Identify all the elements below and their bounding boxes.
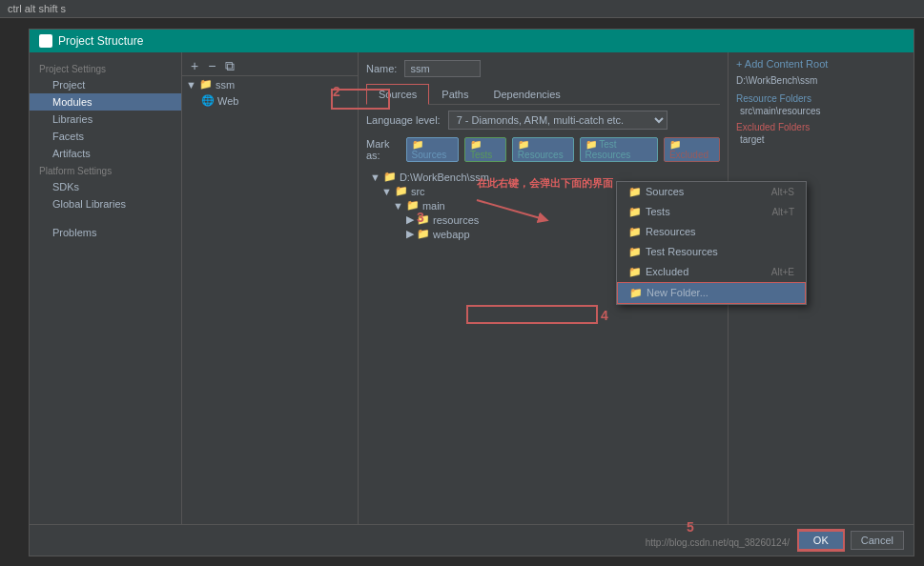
add-module-button[interactable]: + <box>188 58 201 73</box>
dialog-title-text: Project Structure <box>58 34 143 48</box>
expand-resources-icon: ▶ <box>406 213 414 226</box>
folder-main-icon: 📁 <box>406 199 420 212</box>
copy-module-button[interactable]: ⧉ <box>222 58 237 73</box>
ok-button[interactable]: OK <box>797 531 845 550</box>
main-content: + − ⧉ ▼ 📁 ssm 🌐 Web Name: <box>182 52 914 552</box>
tabs: Sources Paths Dependencies <box>366 83 720 105</box>
context-menu-tests[interactable]: 📁Tests Alt+T <box>617 202 806 222</box>
expand-icon: ▼ <box>186 79 196 91</box>
new-folder-menu-icon: 📁 <box>629 287 643 298</box>
expand-src-icon: ▼ <box>381 186 392 197</box>
context-menu: 📁Sources Alt+S 📁Tests Alt+T 📁Resources 📁… <box>616 181 807 305</box>
folder-icon: 📁 <box>199 78 213 91</box>
sidebar-item-project[interactable]: Project <box>30 76 181 93</box>
name-input[interactable] <box>404 60 481 77</box>
mark-as-label: Mark as: <box>366 138 400 161</box>
name-row: Name: <box>366 60 720 77</box>
sidebar-item-sdks-label: SDKs <box>52 181 79 192</box>
tests-shortcut: Alt+T <box>771 207 794 217</box>
remove-module-button[interactable]: − <box>205 58 218 73</box>
sidebar-item-modules[interactable]: Modules <box>30 93 181 111</box>
excluded-shortcut: Alt+E <box>771 267 794 277</box>
mark-tests-badge[interactable]: 📁 Tests <box>464 137 506 162</box>
context-menu-test-resources-label: Test Resources <box>646 246 718 257</box>
file-tree-src-label: src <box>411 186 425 197</box>
sidebar: Project Settings Project Modules Librari… <box>30 52 182 552</box>
excluded-folders-label: Excluded Folders <box>736 122 906 132</box>
sidebar-item-problems[interactable]: Problems <box>30 224 181 241</box>
module-tree-node-web[interactable]: 🌐 Web <box>182 92 358 109</box>
context-menu-excluded-label: Excluded <box>646 266 688 277</box>
resource-folders-label: Resource Folders <box>736 93 906 104</box>
tab-sources[interactable]: Sources <box>366 84 429 105</box>
dialog-body: Project Settings Project Modules Librari… <box>30 52 914 552</box>
expand-root-icon: ▼ <box>370 172 380 183</box>
module-tree-node-ssm-label: ssm <box>216 79 235 91</box>
context-menu-test-resources[interactable]: 📁Test Resources <box>617 242 806 262</box>
context-menu-resources[interactable]: 📁Resources <box>617 222 806 242</box>
mark-sources-badge[interactable]: 📁 Sources <box>406 137 459 162</box>
tests-menu-icon: 📁 <box>628 206 642 217</box>
resource-folders-value: src\main\resources <box>736 106 906 116</box>
context-menu-sources-label: Sources <box>646 186 684 197</box>
sidebar-item-global-libraries[interactable]: Global Libraries <box>30 195 181 212</box>
mark-resources-badge[interactable]: 📁 Resources <box>512 137 574 162</box>
context-menu-resources-label: Resources <box>646 226 696 237</box>
tab-paths-label: Paths <box>441 89 468 100</box>
folder-src-icon: 📁 <box>395 185 408 197</box>
mark-excluded-badge[interactable]: 📁 Excluded <box>664 137 720 162</box>
cancel-button[interactable]: Cancel <box>851 531 904 550</box>
project-structure-dialog: 🗂 Project Structure Project Settings Pro… <box>29 29 914 556</box>
file-tree-main-label: main <box>422 200 445 212</box>
lang-row: Language level: 7 - Diamonds, ARM, multi… <box>366 111 720 130</box>
sources-shortcut: Alt+S <box>771 187 794 197</box>
lang-select[interactable]: 7 - Diamonds, ARM, multi-catch etc. <box>448 111 667 130</box>
sidebar-item-sdks[interactable]: SDKs <box>30 178 181 195</box>
bottom-bar: http://blog.csdn.net/qq_38260124/ OK Can… <box>30 524 914 556</box>
folder-root-icon: 📁 <box>383 171 397 183</box>
tab-sources-label: Sources <box>379 89 417 100</box>
context-menu-new-folder[interactable]: 📁New Folder... <box>617 282 806 304</box>
sidebar-item-problems-label: Problems <box>52 227 96 238</box>
context-menu-excluded[interactable]: 📁Excluded Alt+E <box>617 262 806 282</box>
expand-webapp-icon: ▶ <box>406 228 414 240</box>
sidebar-item-facets[interactable]: Facets <box>30 128 181 145</box>
content-root-path: D:\WorkBench\ssm <box>736 75 906 86</box>
add-content-root-button[interactable]: + Add Content Root <box>736 58 906 70</box>
sidebar-item-project-label: Project <box>52 79 85 91</box>
sidebar-item-artifacts[interactable]: Artifacts <box>30 145 181 162</box>
tab-dependencies[interactable]: Dependencies <box>482 84 573 105</box>
name-label: Name: <box>366 63 397 74</box>
platform-settings-label: Platform Settings <box>30 162 181 178</box>
module-settings-panel: Name: Sources Paths Dependencies <box>359 52 728 552</box>
keyboard-shortcut-label: ctrl alt shift s <box>8 3 66 14</box>
project-settings-label: Project Settings <box>30 60 181 76</box>
resources-menu-icon: 📁 <box>628 226 642 237</box>
sidebar-item-libraries-label: Libraries <box>52 113 92 125</box>
file-tree-root-label: D:\WorkBench\ssm <box>400 172 489 183</box>
expand-main-icon: ▼ <box>393 200 403 212</box>
excluded-folders-value: target <box>736 134 906 145</box>
excluded-menu-icon: 📁 <box>628 266 642 277</box>
file-tree-resources-label: resources <box>433 214 479 226</box>
top-bar: ctrl alt shift s <box>0 0 924 18</box>
tab-paths[interactable]: Paths <box>429 84 481 105</box>
lang-label: Language level: <box>366 114 441 126</box>
test-resources-menu-icon: 📁 <box>628 246 642 257</box>
dialog-title-icon: 🗂 <box>39 34 52 48</box>
sources-menu-icon: 📁 <box>628 186 642 197</box>
url-label: http://blog.csdn.net/qq_38260124/ <box>646 537 790 548</box>
file-tree-webapp-label: webapp <box>433 229 470 240</box>
folder-webapp-icon: 📁 <box>417 228 430 240</box>
tree-toolbar: + − ⧉ <box>182 56 358 76</box>
context-menu-sources[interactable]: 📁Sources Alt+S <box>617 182 806 202</box>
module-tree-panel: + − ⧉ ▼ 📁 ssm 🌐 Web <box>182 52 359 552</box>
sidebar-item-libraries[interactable]: Libraries <box>30 111 181 128</box>
module-tree-node-web-label: Web <box>217 95 238 107</box>
module-tree-node-ssm[interactable]: ▼ 📁 ssm <box>182 76 358 92</box>
mark-test-resources-badge[interactable]: 📁 Test Resources <box>580 137 658 162</box>
sidebar-item-global-libraries-label: Global Libraries <box>52 198 126 210</box>
sidebar-item-facets-label: Facets <box>52 131 84 142</box>
web-icon: 🌐 <box>201 94 215 107</box>
context-menu-new-folder-label: New Folder... <box>647 287 708 298</box>
